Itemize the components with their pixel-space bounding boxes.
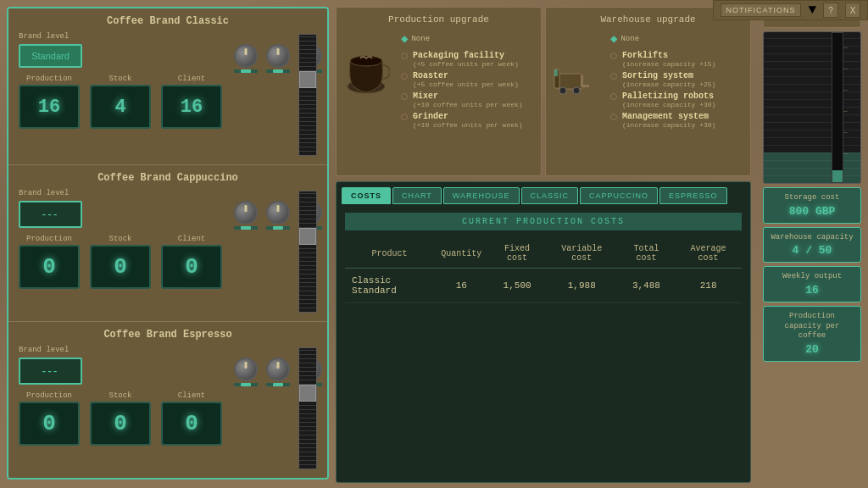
help-button[interactable]: ?: [823, 3, 838, 18]
cappuccino-client-label: Client: [178, 235, 205, 243]
tab-espresso[interactable]: ESPRESSO: [659, 187, 727, 204]
espresso-stock-label: Stock: [108, 391, 131, 400]
espresso-slider-rail[interactable]: [298, 347, 317, 469]
tab-warehouse[interactable]: WAREHOUSE: [443, 187, 520, 204]
brand-cappuccino-title: Coffee Brand Cappuccino: [19, 172, 317, 184]
production-item-0: Packaging facility (+5 coffee units per …: [401, 51, 534, 68]
upgrade-item-name-2: Mixer: [413, 92, 523, 101]
warehouse-upgrade-panel: Warehouse upgrade ◆ None Forklif: [545, 7, 751, 176]
espresso-knob-2-group: [266, 358, 290, 386]
cappuccino-knob-1[interactable]: [234, 201, 258, 225]
costs-content: CURRENT PRODUCTION COSTS Product Quantit…: [337, 204, 750, 312]
classic-client-value: 16: [161, 85, 222, 129]
espresso-knob-2[interactable]: [266, 358, 290, 381]
ware-item-name-0: Forklifts: [622, 51, 715, 60]
classic-stock-group: Stock 4: [90, 75, 151, 129]
col-total: Total cost: [618, 239, 676, 269]
upgrade-item-name-0: Packaging facility: [413, 51, 519, 60]
cappuccino-knob-2-indicator: [266, 226, 290, 230]
espresso-knob-1-group: [234, 358, 258, 386]
upgrade-dot-0: [401, 53, 408, 59]
svg-point-1: [350, 56, 382, 66]
coffee-cup-icon: [343, 40, 390, 99]
production-upgrade-panel: Production upgrade ◆ None Packaging faci…: [336, 7, 542, 176]
svg-text:—: —: [843, 86, 848, 93]
espresso-production-group: Production 0: [19, 391, 80, 446]
ware-item-0: Forklifts (increase capacity +15): [622, 51, 715, 68]
ware-item-name-3: Management system: [622, 112, 715, 121]
col-fixed: Fixed cost: [488, 239, 546, 269]
upgrade-item-0: Packaging facility (+5 coffee units per …: [413, 51, 519, 68]
tab-classic[interactable]: CLASSIC: [521, 187, 579, 204]
tab-chart[interactable]: CHART: [392, 187, 442, 204]
cell-variable-0: 1,988: [546, 269, 618, 303]
espresso-knob-1-indicator: [234, 383, 258, 386]
espresso-knob-1[interactable]: [234, 358, 258, 381]
upgrade-item-1: Roaster (+5 coffee units per week): [413, 71, 519, 88]
arrow-icon: ▼: [808, 3, 816, 18]
cappuccino-knob-2[interactable]: [266, 201, 290, 225]
svg-rect-2: [557, 74, 582, 89]
classic-slider-lines: [299, 35, 316, 155]
espresso-stock-group: Stock 0: [90, 391, 151, 446]
costs-table-body: Classic Standard 16 1,500 1,988 3,488 21…: [345, 269, 742, 303]
cappuccino-stock-value: 0: [90, 245, 151, 289]
warehouse-none-label: None: [620, 35, 639, 43]
espresso-production-label: Production: [26, 391, 72, 400]
right-panel: Warehouse status — — — — — — Storage cos…: [763, 7, 861, 480]
tab-cappuccino[interactable]: CAPPUCCINO: [580, 187, 658, 204]
classic-production-value: 16: [19, 85, 80, 129]
espresso-slider-handle: [299, 385, 316, 402]
warehouse-item-3: Management system (increase capacity +30…: [610, 112, 743, 129]
cappuccino-stock-label: Stock: [108, 235, 131, 243]
classic-knob-1[interactable]: [234, 44, 258, 68]
brand-espresso-level-button[interactable]: ---: [19, 358, 82, 385]
storage-cost-label: Storage cost: [771, 193, 854, 203]
cappuccino-slider-rail[interactable]: [298, 191, 317, 313]
table-row: Classic Standard 16 1,500 1,988 3,488 21…: [345, 269, 742, 303]
espresso-client-value: 0: [161, 402, 222, 446]
upgrade-panels: Production upgrade ◆ None Packaging faci…: [336, 7, 751, 176]
classic-production-group: Production 16: [19, 75, 80, 129]
cappuccino-slider-lines: [299, 191, 316, 312]
stats-boxes: Storage cost 800 GBP Warehouse capacity …: [763, 187, 861, 362]
cappuccino-knob-1-indicator: [234, 226, 258, 230]
upgrade-item-desc-2: (+10 coffee units per week): [413, 101, 523, 108]
classic-knob-2[interactable]: [266, 44, 290, 68]
production-cap-label: Production capacity per coffee: [771, 312, 854, 341]
brand-cappuccino-section: Coffee Brand Cappuccino Brand level --- …: [8, 165, 327, 322]
warehouse-item-1: Sorting system (increase capacity +25): [610, 71, 743, 88]
classic-slider-rail[interactable]: [298, 34, 317, 156]
classic-production-label: Production: [26, 75, 72, 83]
production-items-list: Packaging facility (+5 coffee units per …: [401, 51, 534, 129]
production-item-3: Grinder (+10 coffee units per week): [401, 112, 534, 129]
middle-area: Production upgrade ◆ None Packaging faci…: [336, 7, 751, 483]
brand-classic-section: Coffee Brand Classic Brand level Standar…: [8, 8, 327, 165]
svg-rect-4: [554, 69, 558, 76]
classic-knob-2-indicator: [266, 69, 290, 73]
production-none-arrow: ◆: [401, 31, 408, 46]
close-button[interactable]: X: [845, 3, 860, 18]
espresso-knob-2-indicator: [266, 383, 290, 386]
costs-table: Product Quantity Fixed cost Variable cos…: [345, 239, 742, 303]
cell-quantity-0: 16: [434, 269, 488, 303]
notifications-button[interactable]: NOTIFICATIONS: [721, 3, 802, 17]
production-none-label: None: [411, 35, 430, 43]
classic-client-group: Client 16: [161, 75, 222, 129]
upgrade-dot-3: [401, 114, 408, 120]
svg-text:—: —: [843, 149, 848, 157]
classic-client-label: Client: [178, 75, 205, 83]
brand-classic-level-button[interactable]: Standard: [19, 44, 82, 68]
ware-dot-0: [610, 53, 617, 59]
warehouse-item-2: Palletizing robots (increase capacity +3…: [610, 92, 743, 108]
upgrade-item-desc-0: (+5 coffee units per week): [413, 60, 519, 68]
ware-item-desc-3: (increase capacity +30): [622, 121, 715, 129]
espresso-client-label: Client: [178, 391, 205, 400]
forklift-icon: [553, 40, 599, 99]
classic-stock-value: 4: [90, 85, 151, 129]
brand-cappuccino-level-button[interactable]: ---: [19, 201, 82, 228]
espresso-production-value: 0: [19, 402, 80, 446]
cappuccino-slider-handle: [299, 228, 316, 245]
svg-text:—: —: [843, 107, 848, 114]
tab-costs[interactable]: COSTS: [342, 187, 391, 204]
